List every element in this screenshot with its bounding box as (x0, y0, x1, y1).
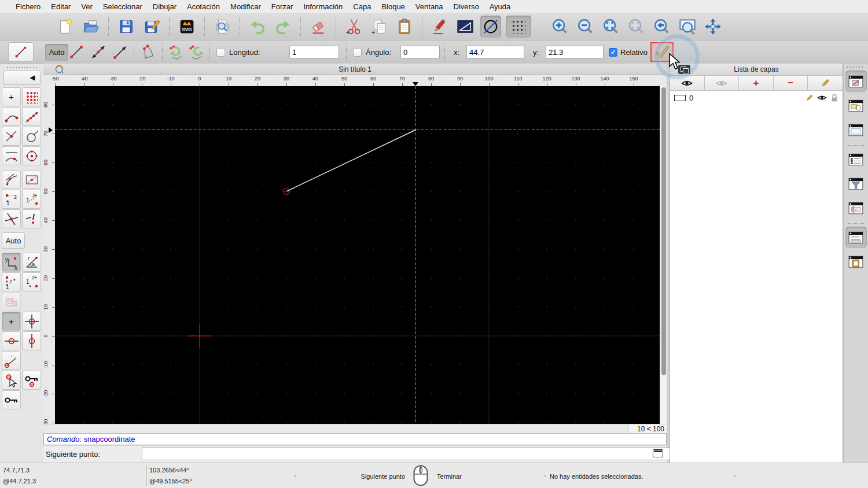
layer-lock-icon[interactable] (830, 94, 838, 102)
menu-item[interactable]: Ver (76, 2, 98, 11)
filter-dock-button[interactable] (845, 173, 867, 194)
order-points-1-button[interactable]: 21 (2, 272, 21, 291)
snap-distance-button[interactable] (2, 146, 21, 165)
canvas-vertical-scrollbar[interactable] (660, 86, 667, 424)
line-attributes-button[interactable] (455, 16, 476, 38)
menu-item[interactable]: Información (298, 2, 348, 11)
copy-button[interactable]: + (369, 16, 389, 38)
snap-middle-button[interactable] (2, 170, 21, 189)
menu-item[interactable]: Seleccionar (98, 2, 148, 11)
menu-item[interactable]: Dibujar (148, 2, 182, 11)
undo-segment-button[interactable] (167, 42, 186, 62)
reference-point-1-button[interactable]: 21 (2, 190, 21, 209)
auto-snap-button[interactable]: Auto (2, 232, 25, 249)
zoom-selected-button[interactable] (626, 16, 647, 38)
export-svg-button[interactable]: SVG (176, 16, 197, 38)
angle-input[interactable] (400, 46, 440, 58)
back-button[interactable]: ◀ (3, 71, 41, 85)
paste-button[interactable] (394, 16, 415, 38)
hide-all-layers-button[interactable] (705, 76, 740, 90)
snap-perpendicular-button[interactable] (2, 127, 21, 146)
coordinates-cartesian-button[interactable]: yx (2, 253, 21, 272)
angle-checkbox[interactable] (353, 48, 362, 57)
menu-item[interactable]: Forzar (266, 2, 299, 11)
coordinates-polar-button[interactable]: ra (22, 253, 41, 272)
current-tool-line-button[interactable] (8, 42, 34, 62)
add-layer-button[interactable]: + (739, 76, 774, 90)
layer-edit-pencil-icon[interactable] (805, 94, 814, 102)
print-preview-button[interactable] (212, 16, 233, 38)
exclusive-snap-button[interactable] (22, 209, 41, 228)
new-document-button[interactable] (55, 16, 76, 38)
polyline-close-button[interactable] (138, 42, 159, 62)
sidebar-handle[interactable] (7, 67, 37, 68)
x-input[interactable] (466, 46, 524, 58)
layer-list-dock-button[interactable] (845, 71, 867, 92)
y-input[interactable] (546, 46, 604, 58)
length-checkbox[interactable] (216, 48, 225, 57)
menu-item[interactable]: Editar (46, 2, 76, 11)
menu-item[interactable]: Ayuda (484, 2, 516, 11)
menu-item[interactable]: Modificar (225, 2, 266, 11)
zoom-out-button[interactable] (575, 16, 596, 38)
named-views-dock-button[interactable]: ≡ (845, 197, 867, 219)
block-list-dock-button[interactable] (845, 95, 867, 116)
target-vertical-button[interactable] (22, 331, 41, 350)
menu-item[interactable]: Bloque (376, 2, 410, 11)
auto-line-mode-button[interactable]: Auto (45, 44, 68, 61)
drawing-canvas[interactable] (55, 86, 660, 424)
pan-button[interactable] (703, 16, 723, 38)
snap-free-button[interactable]: + (2, 87, 21, 106)
menu-item[interactable]: Acotación (182, 2, 225, 11)
lock-relative-zero-button[interactable] (22, 371, 41, 390)
menu-item[interactable]: Diverso (448, 2, 484, 11)
line-angle-button[interactable] (88, 42, 109, 62)
layer-visibility-icon[interactable] (817, 94, 827, 101)
library-browser-dock-button[interactable] (845, 119, 867, 141)
zoom-in-button[interactable] (550, 16, 571, 38)
draft-mode-button[interactable] (480, 16, 501, 38)
delete-button[interactable] (308, 16, 329, 38)
undo-button[interactable] (247, 16, 268, 38)
clipboard-dock-button[interactable] (845, 251, 867, 272)
snap-endpoint-button[interactable] (2, 107, 21, 126)
document-titlebar[interactable]: Sin título 1 (43, 64, 667, 75)
save-button[interactable] (116, 16, 137, 38)
dock-handle[interactable] (847, 66, 865, 68)
cut-button[interactable]: + (343, 16, 364, 38)
target-center-button[interactable] (22, 312, 41, 331)
pen-attributes-button[interactable] (429, 16, 450, 38)
relative-checkbox[interactable]: ✓ (609, 48, 617, 57)
pick-target-button[interactable] (2, 371, 21, 390)
entity-list-dock-button[interactable] (845, 149, 867, 170)
zoom-auto-button[interactable] (601, 16, 621, 38)
snap-on-entity-button[interactable] (22, 107, 41, 126)
snap-grid-button[interactable] (22, 87, 41, 106)
order-points-2-button[interactable]: 12 (22, 272, 41, 291)
command-input[interactable] (142, 448, 696, 460)
line-ray-button[interactable] (110, 42, 131, 62)
redo-button[interactable] (273, 16, 293, 38)
save-as-button[interactable] (141, 16, 162, 38)
grid-toggle-button[interactable] (506, 16, 531, 38)
open-document-button[interactable] (80, 16, 101, 38)
length-input[interactable] (289, 46, 339, 58)
menu-item[interactable]: Capa (348, 2, 376, 11)
edit-layer-button[interactable] (808, 76, 843, 90)
angle-gauge-button[interactable] (2, 351, 21, 370)
command-line-dock-button[interactable] (845, 227, 867, 248)
redo-segment-button[interactable] (186, 42, 206, 62)
region-select-button[interactable] (2, 292, 21, 311)
line-two-points-button[interactable] (66, 42, 87, 62)
remove-layer-button[interactable]: − (774, 76, 808, 90)
layer-row[interactable]: 0 (670, 91, 843, 105)
snap-center-button[interactable] (22, 127, 41, 146)
command-options-icon[interactable] (653, 449, 663, 457)
scrollbar-thumb[interactable] (661, 87, 666, 375)
menu-item[interactable]: Fichero (10, 2, 46, 11)
zoom-previous-button[interactable] (652, 16, 672, 38)
target-horizontal-button[interactable] (2, 331, 21, 350)
menu-item[interactable]: Ventana (410, 2, 448, 11)
lock-layer-button[interactable] (2, 390, 21, 409)
zero-reference-button[interactable]: + (2, 312, 21, 331)
